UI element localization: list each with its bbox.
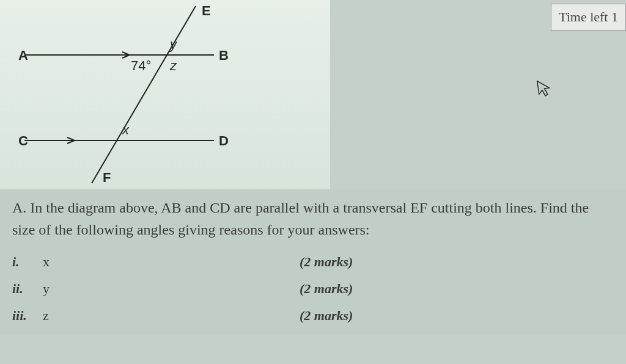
point-A-label: A	[18, 48, 28, 64]
sub-var: z	[43, 308, 300, 324]
diagram-svg	[0, 0, 330, 189]
sub-items: i. x (2 marks) ii. y (2 marks) iii. z (2…	[12, 254, 614, 324]
sub-marks: (2 marks)	[300, 281, 353, 297]
sub-marks: (2 marks)	[300, 308, 353, 324]
sub-num: iii.	[12, 308, 43, 324]
cursor-icon	[537, 79, 553, 103]
point-E-label: E	[202, 3, 211, 19]
question-body: In the diagram above, AB and CD are para…	[12, 200, 589, 238]
question-prefix: A.	[12, 200, 26, 216]
geometry-diagram: A B C D E F y 74° z x	[0, 0, 330, 189]
angle-x-label: x	[122, 122, 129, 138]
sub-num: ii.	[12, 281, 43, 297]
sub-var: x	[43, 254, 300, 270]
point-B-label: B	[219, 48, 229, 64]
angle-z-label: z	[170, 58, 177, 74]
point-C-label: C	[18, 133, 28, 149]
sub-marks: (2 marks)	[300, 254, 353, 270]
time-left-box: Time left 1	[551, 4, 626, 31]
question-area: A. In the diagram above, AB and CD are p…	[0, 189, 626, 335]
sub-num: i.	[12, 254, 43, 270]
question-text: A. In the diagram above, AB and CD are p…	[12, 197, 614, 241]
sub-var: y	[43, 281, 300, 297]
time-left-label: Time left 1	[559, 9, 618, 24]
sub-item-i: i. x (2 marks)	[12, 254, 614, 270]
sub-item-ii: ii. y (2 marks)	[12, 281, 614, 297]
point-F-label: F	[103, 170, 111, 186]
angle-y-label: y	[170, 37, 177, 53]
angle-74-label: 74°	[131, 58, 151, 74]
sub-item-iii: iii. z (2 marks)	[12, 308, 614, 324]
svg-line-2	[92, 6, 196, 183]
point-D-label: D	[219, 133, 229, 149]
